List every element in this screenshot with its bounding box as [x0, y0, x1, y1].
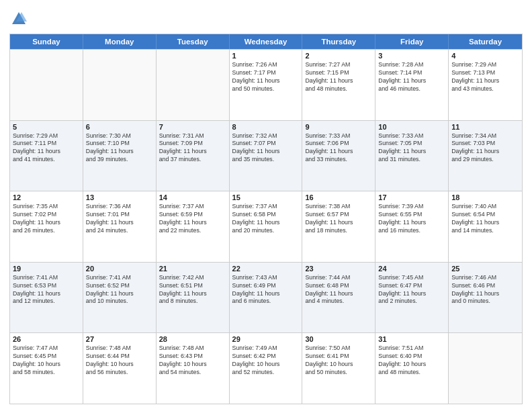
cell-sun-info: Sunrise: 7:37 AM Sunset: 6:58 PM Dayligh… [232, 203, 300, 235]
day-number: 7 [159, 123, 226, 131]
day-cell-27: 27Sunrise: 7:48 AM Sunset: 6:44 PM Dayli… [83, 333, 157, 404]
cell-sun-info: Sunrise: 7:33 AM Sunset: 7:05 PM Dayligh… [378, 132, 445, 165]
day-cell-26: 26Sunrise: 7:47 AM Sunset: 6:45 PM Dayli… [10, 333, 83, 404]
cell-sun-info: Sunrise: 7:44 AM Sunset: 6:48 PM Dayligh… [305, 274, 372, 306]
calendar-header: SundayMondayTuesdayWednesdayThursdayFrid… [10, 34, 522, 49]
cell-sun-info: Sunrise: 7:35 AM Sunset: 7:02 PM Dayligh… [13, 203, 80, 235]
day-number: 22 [232, 265, 300, 273]
day-number: 27 [86, 335, 153, 343]
calendar-body: 1Sunrise: 7:26 AM Sunset: 7:17 PM Daylig… [10, 49, 522, 404]
empty-cell [10, 50, 83, 120]
day-header-wednesday: Wednesday [230, 34, 303, 49]
cell-sun-info: Sunrise: 7:29 AM Sunset: 7:11 PM Dayligh… [13, 132, 80, 165]
day-number: 6 [86, 123, 153, 131]
day-cell-16: 16Sunrise: 7:38 AM Sunset: 6:57 PM Dayli… [302, 191, 375, 262]
day-cell-1: 1Sunrise: 7:26 AM Sunset: 7:17 PM Daylig… [230, 50, 303, 120]
cell-sun-info: Sunrise: 7:38 AM Sunset: 6:57 PM Dayligh… [305, 203, 372, 235]
day-header-saturday: Saturday [449, 34, 522, 49]
day-number: 24 [378, 265, 445, 273]
day-cell-24: 24Sunrise: 7:45 AM Sunset: 6:47 PM Dayli… [375, 263, 449, 333]
day-cell-10: 10Sunrise: 7:33 AM Sunset: 7:05 PM Dayli… [375, 121, 449, 191]
cell-sun-info: Sunrise: 7:27 AM Sunset: 7:15 PM Dayligh… [305, 61, 372, 93]
week-row-1: 1Sunrise: 7:26 AM Sunset: 7:17 PM Daylig… [10, 49, 522, 120]
day-number: 26 [13, 335, 80, 343]
day-number: 21 [159, 265, 226, 273]
day-number: 9 [305, 123, 372, 131]
day-number: 10 [378, 123, 445, 131]
day-number: 12 [13, 193, 80, 201]
logo [9, 9, 31, 28]
day-number: 30 [305, 335, 372, 343]
day-number: 29 [232, 335, 300, 343]
cell-sun-info: Sunrise: 7:30 AM Sunset: 7:10 PM Dayligh… [86, 132, 153, 165]
cell-sun-info: Sunrise: 7:45 AM Sunset: 6:47 PM Dayligh… [378, 274, 445, 306]
day-cell-9: 9Sunrise: 7:33 AM Sunset: 7:06 PM Daylig… [302, 121, 375, 191]
day-number: 31 [378, 335, 445, 343]
calendar: SundayMondayTuesdayWednesdayThursdayFrid… [9, 34, 523, 404]
day-header-thursday: Thursday [302, 34, 375, 49]
cell-sun-info: Sunrise: 7:29 AM Sunset: 7:13 PM Dayligh… [451, 61, 519, 93]
cell-sun-info: Sunrise: 7:48 AM Sunset: 6:44 PM Dayligh… [86, 345, 153, 377]
empty-cell [157, 50, 230, 120]
week-row-3: 12Sunrise: 7:35 AM Sunset: 7:02 PM Dayli… [10, 191, 522, 262]
day-cell-28: 28Sunrise: 7:48 AM Sunset: 6:43 PM Dayli… [157, 333, 230, 404]
cell-sun-info: Sunrise: 7:37 AM Sunset: 6:59 PM Dayligh… [159, 203, 226, 235]
cell-sun-info: Sunrise: 7:51 AM Sunset: 6:40 PM Dayligh… [378, 345, 445, 377]
cell-sun-info: Sunrise: 7:47 AM Sunset: 6:45 PM Dayligh… [13, 345, 80, 377]
day-cell-25: 25Sunrise: 7:46 AM Sunset: 6:46 PM Dayli… [449, 263, 522, 333]
logo-icon [9, 9, 28, 28]
day-number: 13 [86, 193, 153, 201]
day-number: 23 [305, 265, 372, 273]
cell-sun-info: Sunrise: 7:28 AM Sunset: 7:14 PM Dayligh… [378, 61, 445, 93]
page: SundayMondayTuesdayWednesdayThursdayFrid… [0, 0, 532, 411]
day-number: 19 [13, 265, 80, 273]
header [9, 7, 523, 28]
day-number: 14 [159, 193, 226, 201]
day-cell-21: 21Sunrise: 7:42 AM Sunset: 6:51 PM Dayli… [157, 263, 230, 333]
day-cell-11: 11Sunrise: 7:34 AM Sunset: 7:03 PM Dayli… [449, 121, 522, 191]
day-number: 16 [305, 193, 372, 201]
day-cell-6: 6Sunrise: 7:30 AM Sunset: 7:10 PM Daylig… [83, 121, 157, 191]
day-number: 18 [451, 193, 519, 201]
day-cell-4: 4Sunrise: 7:29 AM Sunset: 7:13 PM Daylig… [449, 50, 522, 120]
cell-sun-info: Sunrise: 7:41 AM Sunset: 6:52 PM Dayligh… [86, 274, 153, 306]
day-cell-8: 8Sunrise: 7:32 AM Sunset: 7:07 PM Daylig… [230, 121, 303, 191]
cell-sun-info: Sunrise: 7:26 AM Sunset: 7:17 PM Dayligh… [232, 61, 300, 93]
week-row-5: 26Sunrise: 7:47 AM Sunset: 6:45 PM Dayli… [10, 332, 522, 404]
day-cell-14: 14Sunrise: 7:37 AM Sunset: 6:59 PM Dayli… [157, 191, 230, 262]
day-cell-7: 7Sunrise: 7:31 AM Sunset: 7:09 PM Daylig… [157, 121, 230, 191]
day-number: 3 [378, 52, 445, 60]
day-number: 20 [86, 265, 153, 273]
day-cell-13: 13Sunrise: 7:36 AM Sunset: 7:01 PM Dayli… [83, 191, 157, 262]
day-cell-20: 20Sunrise: 7:41 AM Sunset: 6:52 PM Dayli… [83, 263, 157, 333]
day-cell-15: 15Sunrise: 7:37 AM Sunset: 6:58 PM Dayli… [230, 191, 303, 262]
cell-sun-info: Sunrise: 7:39 AM Sunset: 6:55 PM Dayligh… [378, 203, 445, 235]
cell-sun-info: Sunrise: 7:32 AM Sunset: 7:07 PM Dayligh… [232, 132, 300, 165]
day-cell-19: 19Sunrise: 7:41 AM Sunset: 6:53 PM Dayli… [10, 263, 83, 333]
cell-sun-info: Sunrise: 7:49 AM Sunset: 6:42 PM Dayligh… [232, 345, 300, 377]
empty-cell [83, 50, 157, 120]
day-cell-31: 31Sunrise: 7:51 AM Sunset: 6:40 PM Dayli… [375, 333, 449, 404]
day-number: 25 [451, 265, 519, 273]
day-cell-18: 18Sunrise: 7:40 AM Sunset: 6:54 PM Dayli… [449, 191, 522, 262]
day-cell-30: 30Sunrise: 7:50 AM Sunset: 6:41 PM Dayli… [302, 333, 375, 404]
day-cell-29: 29Sunrise: 7:49 AM Sunset: 6:42 PM Dayli… [230, 333, 303, 404]
day-number: 17 [378, 193, 445, 201]
week-row-2: 5Sunrise: 7:29 AM Sunset: 7:11 PM Daylig… [10, 120, 522, 191]
day-number: 8 [232, 123, 300, 131]
cell-sun-info: Sunrise: 7:34 AM Sunset: 7:03 PM Dayligh… [451, 132, 519, 165]
cell-sun-info: Sunrise: 7:46 AM Sunset: 6:46 PM Dayligh… [451, 274, 519, 306]
cell-sun-info: Sunrise: 7:33 AM Sunset: 7:06 PM Dayligh… [305, 132, 372, 165]
day-cell-12: 12Sunrise: 7:35 AM Sunset: 7:02 PM Dayli… [10, 191, 83, 262]
day-header-friday: Friday [375, 34, 449, 49]
day-header-monday: Monday [83, 34, 157, 49]
day-cell-22: 22Sunrise: 7:43 AM Sunset: 6:49 PM Dayli… [230, 263, 303, 333]
cell-sun-info: Sunrise: 7:42 AM Sunset: 6:51 PM Dayligh… [159, 274, 226, 306]
day-cell-5: 5Sunrise: 7:29 AM Sunset: 7:11 PM Daylig… [10, 121, 83, 191]
day-cell-3: 3Sunrise: 7:28 AM Sunset: 7:14 PM Daylig… [375, 50, 449, 120]
day-header-tuesday: Tuesday [157, 34, 230, 49]
cell-sun-info: Sunrise: 7:50 AM Sunset: 6:41 PM Dayligh… [305, 345, 372, 377]
day-cell-2: 2Sunrise: 7:27 AM Sunset: 7:15 PM Daylig… [302, 50, 375, 120]
cell-sun-info: Sunrise: 7:43 AM Sunset: 6:49 PM Dayligh… [232, 274, 300, 306]
cell-sun-info: Sunrise: 7:36 AM Sunset: 7:01 PM Dayligh… [86, 203, 153, 235]
